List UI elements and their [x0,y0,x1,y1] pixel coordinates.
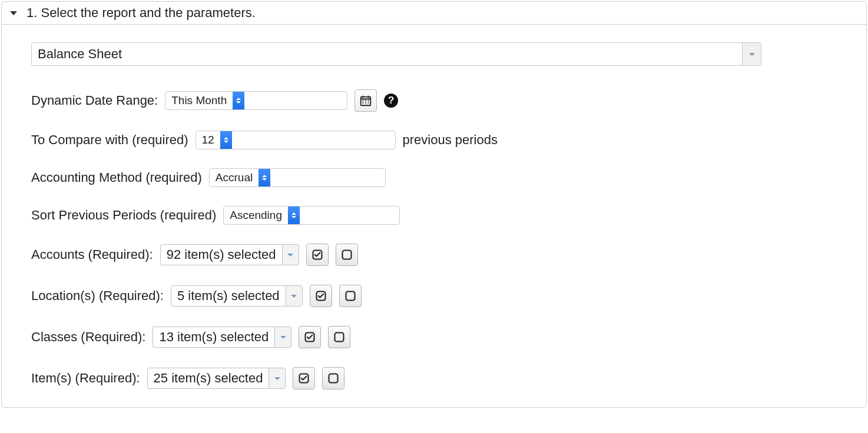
chevron-down-icon [274,377,280,380]
select-all-icon [298,372,310,384]
chevron-down-icon [224,141,228,143]
clear-all-icon [333,331,345,343]
accounts-clear-all-button[interactable] [336,244,358,266]
report-select-value: Balance Sheet [32,43,742,65]
items-clear-all-button[interactable] [322,367,344,389]
accounts-row: Accounts (Required): 92 item(s) selected [31,244,837,266]
sort-previous-value: Ascending [224,206,288,224]
clear-all-icon [344,290,356,302]
report-select-caret[interactable] [742,43,761,65]
help-icon[interactable]: ? [384,94,398,108]
locations-clear-all-button[interactable] [339,285,362,307]
date-range-value: This Month [165,92,233,109]
sort-previous-row: Sort Previous Periods (required) Ascendi… [31,206,837,225]
report-select[interactable]: Balance Sheet [31,42,761,66]
clear-all-icon [341,249,353,261]
compare-value: 12 [196,131,220,149]
accounts-select[interactable]: 92 item(s) selected [160,244,299,265]
items-select-all-button[interactable] [293,367,315,389]
classes-row: Classes (Required): 13 item(s) selected [31,326,837,348]
clear-all-icon [327,372,339,384]
classes-caret[interactable] [274,327,291,347]
compare-select[interactable]: 12 [196,131,396,149]
locations-row: Location(s) (Required): 5 item(s) select… [31,285,837,307]
select-handle [220,131,232,149]
chevron-down-icon [262,178,267,181]
svg-rect-17 [329,374,338,383]
select-all-icon [312,249,323,261]
svg-rect-9 [368,102,369,104]
classes-select[interactable]: 13 item(s) selected [153,327,291,348]
svg-rect-15 [335,333,344,342]
compare-label: To Compare with (required) [31,132,188,148]
select-handle [259,169,270,186]
svg-rect-7 [363,102,364,104]
parameters-panel: 1. Select the report and the parameters.… [1,1,867,408]
chevron-down-icon [287,254,293,257]
sort-previous-select[interactable]: Ascending [223,206,400,225]
svg-rect-13 [346,292,355,301]
items-label: Item(s) (Required): [31,371,140,386]
chevron-down-icon [236,101,241,104]
accounts-select-all-button[interactable] [306,244,329,266]
accounts-value: 92 item(s) selected [161,245,282,265]
svg-rect-6 [368,100,369,101]
items-select[interactable]: 25 item(s) selected [147,368,286,389]
date-range-label: Dynamic Date Range: [31,93,158,108]
locations-value: 5 item(s) selected [171,286,286,306]
classes-value: 13 item(s) selected [153,327,274,347]
sort-previous-label: Sort Previous Periods (required) [31,208,216,223]
items-value: 25 item(s) selected [148,368,269,388]
accounting-method-label: Accounting Method (required) [31,170,202,185]
svg-rect-4 [363,100,364,101]
calendar-button[interactable] [355,89,377,112]
chevron-down-icon [291,295,297,298]
select-handle [233,92,244,109]
compare-row: To Compare with (required) 12 previous p… [31,131,837,149]
calendar-icon [359,94,372,107]
classes-label: Classes (Required): [31,329,145,345]
locations-select[interactable]: 5 item(s) selected [171,285,303,307]
chevron-down-icon [749,53,755,56]
classes-clear-all-button[interactable] [328,326,350,348]
accounting-method-select[interactable]: Accrual [209,168,386,187]
chevron-down-icon [280,336,286,339]
select-handle [288,206,300,224]
svg-rect-5 [365,100,366,101]
svg-rect-8 [365,102,366,104]
chevron-up-icon [224,137,228,139]
select-all-icon [315,290,327,302]
chevron-down-icon [291,216,296,218]
accounting-method-row: Accounting Method (required) Accrual [31,168,837,187]
accounts-caret[interactable] [282,245,299,265]
chevron-up-icon [236,98,241,100]
panel-title: 1. Select the report and the parameters. [26,5,256,21]
items-row: Item(s) (Required): 25 item(s) selected [31,367,837,389]
panel-body: Balance Sheet Dynamic Date Range: This M… [2,25,866,407]
accounts-label: Accounts (Required): [31,247,153,262]
select-all-icon [304,331,316,343]
svg-rect-11 [342,251,351,259]
chevron-up-icon [262,175,267,177]
date-range-select[interactable]: This Month [165,91,347,110]
locations-select-all-button[interactable] [310,285,332,307]
locations-label: Location(s) (Required): [31,288,164,304]
locations-caret[interactable] [286,286,302,306]
items-caret[interactable] [269,368,285,388]
accounting-method-value: Accrual [210,169,259,186]
chevron-up-icon [291,212,296,215]
report-select-row: Balance Sheet [31,42,837,66]
compare-suffix: previous periods [403,132,498,148]
panel-header[interactable]: 1. Select the report and the parameters. [2,2,866,25]
disclosure-icon [10,11,17,15]
classes-select-all-button[interactable] [299,326,321,348]
date-range-row: Dynamic Date Range: This Month [31,89,837,112]
